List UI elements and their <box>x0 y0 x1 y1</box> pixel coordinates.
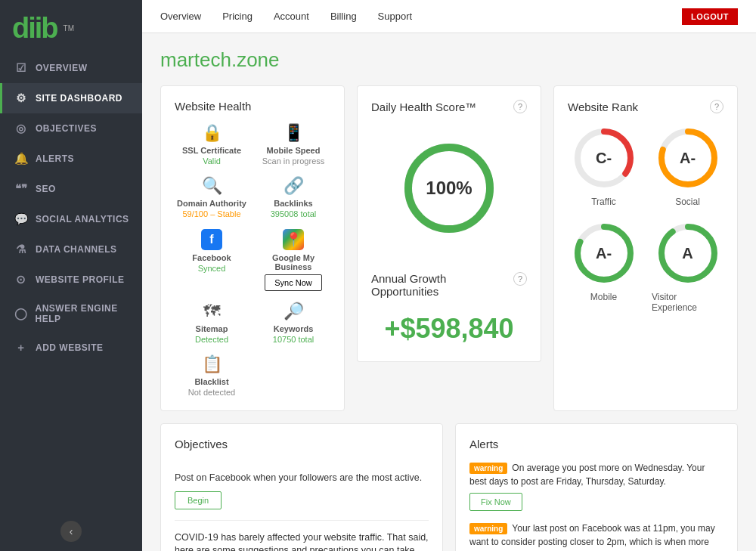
nav-icon-answer-engine: ◯ <box>14 307 28 320</box>
objective-item-0: Post on Facebook when your followers are… <box>175 461 429 521</box>
sidebar-item-overview[interactable]: ☑Overview <box>0 53 142 83</box>
rank-grade-traffic: C- <box>596 150 612 167</box>
sidebar-item-social-analytics[interactable]: 💬Social Analytics <box>0 204 142 234</box>
facebook-icon: f <box>201 229 222 250</box>
rank-label-mobile: Mobile <box>590 292 617 302</box>
daily-health-card: Daily Health Score™ ? 100% <box>357 85 541 258</box>
domain-icon: 🔍 <box>202 176 222 196</box>
health-value-sitemap: Detected <box>195 335 228 344</box>
rank-grid: C- Traffic A- Social A- Mobile A <box>568 124 723 313</box>
alert-text-0: warningOn average you post more on Wedne… <box>469 461 723 488</box>
keywords-icon: 🔎 <box>284 302 304 321</box>
rank-circle-social: A- <box>654 124 722 192</box>
main-content: OverviewPricingAccountBillingSupportLOGO… <box>142 0 756 551</box>
health-value-facebook: Synced <box>198 264 226 273</box>
website-health-title: Website Health <box>175 100 330 113</box>
daily-health-help[interactable]: ? <box>513 100 527 113</box>
warning-badge-1: warning <box>469 523 507 534</box>
health-label-blacklist: Blacklist <box>194 377 228 386</box>
score-circle-container: 100% <box>371 124 527 245</box>
nav-icon-social-analytics: 💬 <box>14 212 28 226</box>
topnav-item-support[interactable]: Support <box>378 11 413 22</box>
health-value-backlinks: 395008 total <box>271 209 317 218</box>
objectives-list: Post on Facebook when your followers are… <box>175 461 429 551</box>
blacklist-icon: 📋 <box>202 354 222 374</box>
sidebar-nav: ☑Overview⚙Site Dashboard◎Objectives🔔Aler… <box>0 53 142 512</box>
mobile-icon: 📱 <box>284 123 304 143</box>
annual-growth-help[interactable]: ? <box>513 272 527 286</box>
topnav-item-account[interactable]: Account <box>274 11 309 22</box>
alert-text-1: warningYour last post on Facebook was at… <box>469 522 723 549</box>
logo-tm: TM <box>64 24 74 33</box>
site-title: martech.zone <box>160 48 738 72</box>
score-circle: 100% <box>400 139 498 237</box>
logout-button[interactable]: LOGOUT <box>682 8 738 25</box>
begin-button-0[interactable]: Begin <box>175 491 222 509</box>
nav-label-overview: Overview <box>36 63 87 73</box>
dashboard-grid: Website Health 🔒 SSL Certificate Valid 📱… <box>160 85 738 411</box>
sitemap-icon: 🗺 <box>203 302 220 321</box>
rank-grade-mobile: A- <box>596 245 612 262</box>
sidebar-item-alerts[interactable]: 🔔Alerts <box>0 144 142 174</box>
annual-growth-value: +$598,840 <box>371 304 527 348</box>
sidebar-item-answer-engine[interactable]: ◯Answer Engine Help <box>0 295 142 333</box>
health-label-facebook: Facebook <box>192 253 231 262</box>
nav-icon-alerts: 🔔 <box>14 152 28 166</box>
health-grid: 🔒 SSL Certificate Valid 📱 Mobile Speed S… <box>175 123 330 397</box>
health-value-domain: 59/100 – Stable <box>182 209 240 218</box>
sidebar-item-add-website[interactable]: +Add Website <box>0 333 142 362</box>
rank-label-visitor: Visitor Experience <box>652 292 723 313</box>
health-item-gmb: 📍 Google My Business Sync Now <box>256 229 330 291</box>
topnav-item-billing[interactable]: Billing <box>330 11 357 22</box>
health-label-keywords: Keywords <box>274 324 314 333</box>
sidebar-collapse-area: ‹ <box>0 512 142 551</box>
sidebar-item-data-channels[interactable]: ⚗Data Channels <box>0 234 142 265</box>
nav-label-add-website: Add Website <box>36 342 104 353</box>
content-area: martech.zone Website Health 🔒 SSL Certif… <box>142 33 756 551</box>
objectives-card: Objectives Post on Facebook when your fo… <box>160 423 443 551</box>
backlinks-icon: 🔗 <box>284 176 304 196</box>
sidebar-item-site-dashboard[interactable]: ⚙Site Dashboard <box>0 83 142 113</box>
alerts-title: Alerts <box>469 438 723 450</box>
nav-icon-seo: ❝❞ <box>14 182 28 196</box>
daily-health-title: Daily Health Score™ ? <box>371 100 527 113</box>
gmb-icon: 📍 <box>283 229 304 250</box>
health-label-sitemap: Sitemap <box>196 324 228 333</box>
health-label-gmb: Google My Business <box>256 253 330 271</box>
rank-circle-mobile: A- <box>570 219 638 287</box>
rank-circle-visitor: A <box>654 219 722 287</box>
logo-area: diibTM <box>0 0 142 53</box>
health-item-backlinks: 🔗 Backlinks 395008 total <box>256 176 330 218</box>
sync-button-gmb[interactable]: Sync Now <box>265 274 322 291</box>
rank-circle-traffic: C- <box>570 124 638 192</box>
sidebar-item-seo[interactable]: ❝❞SEO <box>0 174 142 204</box>
nav-label-data-channels: Data Channels <box>36 244 117 255</box>
alerts-card: Alerts warningOn average you post more o… <box>455 423 738 551</box>
sidebar-item-website-profile[interactable]: ⊙Website Profile <box>0 265 142 295</box>
health-value-blacklist: Not detected <box>188 388 235 397</box>
center-column: Daily Health Score™ ? 100% <box>357 85 541 411</box>
fix-now-button-0[interactable]: Fix Now <box>469 493 522 511</box>
ssl-icon: 🔒 <box>202 123 222 143</box>
nav-label-website-profile: Website Profile <box>36 274 125 285</box>
rank-item-social: A- Social <box>652 124 723 207</box>
website-rank-help[interactable]: ? <box>710 100 723 113</box>
health-label-mobile: Mobile Speed <box>267 146 321 155</box>
objective-text-0: Post on Facebook when your followers are… <box>175 472 429 485</box>
rank-item-visitor: A Visitor Experience <box>652 219 723 313</box>
topnav-item-pricing[interactable]: Pricing <box>222 11 253 22</box>
topnav-item-overview[interactable]: Overview <box>160 11 201 22</box>
nav-icon-overview: ☑ <box>14 61 28 75</box>
rank-item-traffic: C- Traffic <box>568 124 640 207</box>
nav-label-seo: SEO <box>36 184 56 194</box>
health-item-keywords: 🔎 Keywords 10750 total <box>256 302 330 344</box>
health-value-ssl: Valid <box>203 156 221 166</box>
sidebar-collapse-button[interactable]: ‹ <box>60 521 82 542</box>
health-item-mobile: 📱 Mobile Speed Scan in progress <box>256 123 330 166</box>
objective-text-1: COVID-19 has barely affected your websit… <box>175 531 429 552</box>
sidebar-item-objectives[interactable]: ◎Objectives <box>0 113 142 144</box>
health-item-sitemap: 🗺 Sitemap Detected <box>175 302 249 344</box>
nav-label-answer-engine: Answer Engine Help <box>36 303 131 324</box>
nav-label-alerts: Alerts <box>36 153 74 164</box>
health-item-ssl: 🔒 SSL Certificate Valid <box>175 123 249 166</box>
